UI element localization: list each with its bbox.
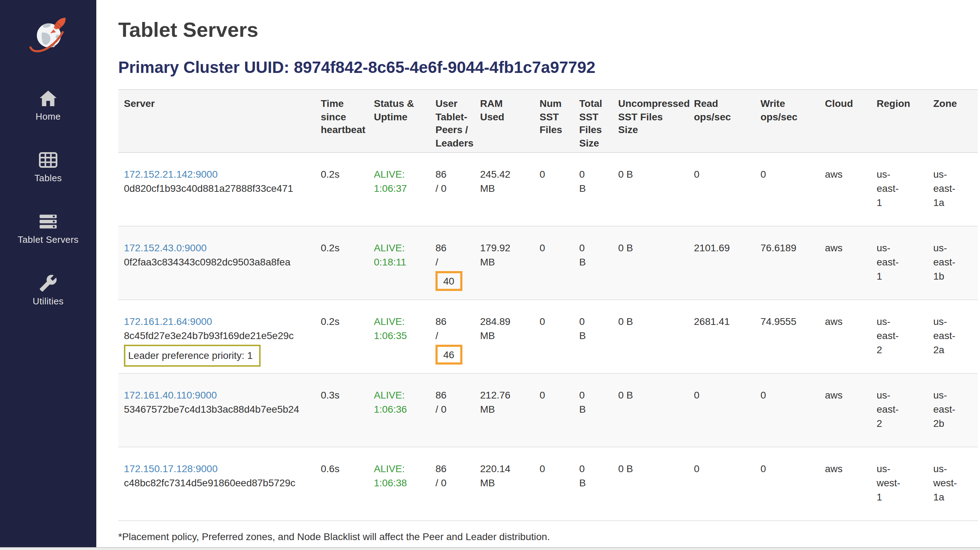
server-link[interactable]: 172.161.21.64:9000 — [124, 316, 212, 327]
total-sst-value: 0 — [579, 463, 585, 474]
zone-line: 1a — [933, 491, 944, 502]
total-sst-value: 0 — [579, 316, 585, 327]
col-write-ops: Write ops/sec — [755, 89, 819, 153]
ram-value: 284.89 — [480, 316, 511, 327]
status-label: ALIVE: — [374, 463, 405, 474]
num-sst-cell: 0 — [534, 226, 574, 300]
zone-cell: us- west- 1a — [928, 447, 978, 521]
server-link[interactable]: 172.152.43.0:9000 — [124, 242, 207, 253]
num-sst-cell: 0 — [534, 374, 574, 447]
placement-policy-footnote: *Placement policy, Preferred zones, and … — [118, 531, 978, 542]
total-sst-unit: B — [579, 183, 586, 194]
total-sst-cell: 0 B — [574, 226, 612, 300]
col-num-sst-files: Num SST Files — [534, 89, 574, 153]
ram-cell: 245.42 MB — [474, 153, 534, 226]
server-cell: 172.152.21.142:9000 0d820cf1b93c40d881a2… — [118, 153, 315, 226]
col-uncompressed-sst-files-size: Uncompressed SST Files Size — [612, 89, 688, 153]
tserver-row: 172.161.40.110:9000 53467572be7c4d13b3ac… — [118, 374, 978, 447]
status-cell: ALIVE: 1:06:36 — [368, 374, 430, 447]
uptime-value: 1:06:36 — [374, 404, 407, 415]
region-line: east- — [877, 256, 899, 267]
table-header-row: Server Time since heartbeat Status & Upt… — [118, 89, 978, 153]
sidebar-item-tablet-servers[interactable]: Tablet Servers — [0, 212, 96, 245]
ram-value: 220.14 — [480, 463, 511, 474]
status-cell: ALIVE: 0:18:11 — [368, 226, 430, 300]
write-ops-cell: 74.9555 — [755, 300, 819, 374]
server-cell: 172.152.43.0:9000 0f2faa3c834343c0982dc9… — [118, 226, 315, 300]
region-line: us- — [877, 168, 891, 180]
server-uuid: 8c45fd27e3e24b7b93f169de21e5e29c — [124, 330, 294, 341]
region-line: 1 — [877, 270, 882, 282]
zone-cell: us- east- 1b — [928, 226, 978, 300]
peers-separator: / — [436, 330, 438, 341]
peers-cell: 86 / 0 — [430, 153, 474, 226]
server-uuid: 53467572be7c4d13b3ac88d4b7ee5b24 — [124, 404, 299, 415]
zone-line: east- — [933, 183, 955, 194]
cloud-cell: aws — [819, 226, 871, 300]
cloud-cell: aws — [819, 374, 871, 447]
server-cell: 172.161.40.110:9000 53467572be7c4d13b3ac… — [118, 374, 315, 447]
zone-line: 2b — [933, 418, 944, 429]
uptime-value: 0:18:11 — [374, 256, 406, 267]
status-label: ALIVE: — [374, 389, 405, 401]
uptime-value: 1:06:35 — [374, 330, 407, 341]
col-status-uptime: Status & Uptime — [368, 89, 430, 153]
read-ops-cell: 2681.41 — [688, 300, 755, 374]
server-link[interactable]: 172.161.40.110:9000 — [124, 389, 217, 401]
sidebar-item-label: Tablet Servers — [18, 234, 79, 245]
sidebar-item-label: Utilities — [33, 296, 64, 307]
peers-leaders-highlight-box: 40 — [436, 271, 462, 291]
tserver-row: 172.152.43.0:9000 0f2faa3c834343c0982dc9… — [118, 226, 978, 300]
region-line: east- — [877, 183, 899, 194]
peers-separator: / — [436, 256, 438, 267]
region-cell: us- west- 1 — [871, 447, 928, 521]
total-sst-cell: 0 B — [574, 300, 612, 374]
ram-unit: MB — [480, 330, 495, 341]
sidebar-item-label: Home — [36, 111, 61, 122]
uptime-value: 1:06:38 — [374, 477, 407, 488]
col-region: Region — [871, 89, 928, 153]
col-server: Server — [118, 89, 315, 153]
read-ops-cell: 0 — [688, 374, 755, 447]
region-line: east- — [877, 330, 899, 341]
zone-cell: us- east- 1a — [928, 153, 978, 226]
zone-line: us- — [933, 316, 947, 327]
col-time-since-heartbeat: Time since heartbeat — [315, 89, 368, 153]
sidebar-item-home[interactable]: Home — [0, 89, 96, 122]
server-link[interactable]: 172.150.17.128:9000 — [124, 463, 218, 474]
uncompressed-sst-cell: 0 B — [612, 300, 688, 374]
tserver-row: 172.152.21.142:9000 0d820cf1b93c40d881a2… — [118, 153, 978, 226]
server-link[interactable]: 172.152.21.142:9000 — [124, 168, 218, 180]
zone-line: east- — [933, 404, 955, 415]
sidebar-item-tables[interactable]: Tables — [0, 151, 96, 183]
status-label: ALIVE: — [374, 316, 405, 327]
heartbeat-cell: 0.2s — [315, 300, 368, 374]
peers-leaders: / 0 — [436, 183, 447, 194]
heartbeat-cell: 0.2s — [315, 226, 368, 300]
peers-cell: 86 / 0 — [430, 374, 474, 447]
total-sst-unit: B — [579, 477, 586, 488]
region-line: 2 — [877, 418, 882, 429]
total-sst-unit: B — [579, 404, 586, 415]
cloud-cell: aws — [819, 153, 871, 226]
server-uuid: c48bc82fc7314d5e91860eed87b5729c — [124, 477, 295, 488]
sidebar-item-label: Tables — [34, 173, 62, 183]
region-cell: us- east- 2 — [871, 300, 928, 374]
zone-line: 1b — [933, 270, 944, 282]
write-ops-cell: 0 — [755, 153, 819, 226]
server-cell: 172.150.17.128:9000 c48bc82fc7314d5e9186… — [118, 447, 315, 521]
zone-cell: us- east- 2a — [928, 300, 978, 374]
region-line: us- — [877, 463, 891, 474]
zone-line: east- — [933, 256, 955, 267]
tables-grid-icon — [39, 151, 57, 169]
primary-cluster-uuid: Primary Cluster UUID: 8974f842-8c65-4e6f… — [118, 58, 978, 77]
region-line: east- — [877, 404, 899, 415]
region-line: west- — [877, 477, 900, 488]
zone-line: 2a — [933, 344, 944, 355]
uncompressed-sst-cell: 0 B — [612, 153, 688, 226]
status-label: ALIVE: — [374, 168, 405, 180]
tablet-servers-page: Home Tables — [0, 0, 980, 550]
heartbeat-cell: 0.6s — [315, 447, 368, 521]
uncompressed-sst-cell: 0 B — [612, 226, 688, 300]
sidebar-item-utilities[interactable]: Utilities — [0, 274, 96, 307]
